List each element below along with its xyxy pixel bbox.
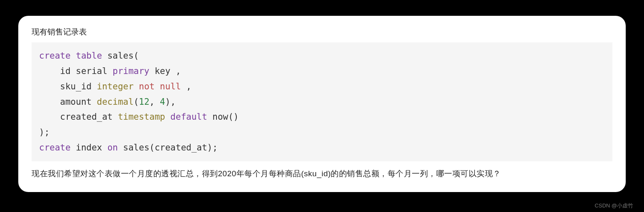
code-token: primary — [113, 66, 150, 76]
question-paragraph: 现在我们希望对这个表做一个月度的透视汇总，得到2020年每个月每种商品(sku_… — [32, 167, 612, 180]
intro-paragraph: 现有销售记录表 — [32, 26, 612, 38]
content-card: 现有销售记录表 create table sales( id serial pr… — [18, 16, 626, 192]
code-token: null — [160, 81, 181, 91]
code-token: integer — [97, 81, 134, 91]
code-token: not — [139, 81, 155, 91]
code-token: 4 — [160, 97, 165, 107]
code-token: create — [39, 51, 71, 61]
attribution-watermark: CSDN @小虚竹 — [595, 202, 633, 210]
code-token: on — [107, 143, 118, 153]
code-token: decimal — [97, 97, 134, 107]
sql-code-block: create table sales( id serial primary ke… — [32, 42, 612, 161]
code-token: default — [170, 112, 207, 122]
code-token: timestamp — [118, 112, 165, 122]
code-token: 12 — [139, 97, 149, 107]
code-token: create — [39, 143, 71, 153]
code-token: table — [76, 51, 102, 61]
